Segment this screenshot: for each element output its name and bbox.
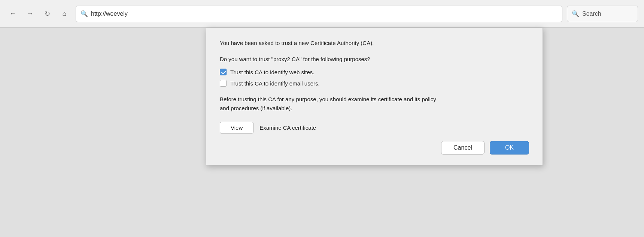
back-button[interactable]: ←: [6, 7, 19, 21]
ok-button[interactable]: OK: [490, 141, 529, 154]
checkbox-websites[interactable]: [220, 69, 227, 75]
checkbox-email-label: Trust this CA to identify email users.: [230, 80, 320, 87]
address-input[interactable]: [91, 10, 558, 17]
dialog-text-block: You have been asked to trust a new Certi…: [220, 39, 529, 87]
dialog-warning-text: Before trusting this CA for any purpose,…: [220, 95, 529, 113]
reload-icon: ↻: [45, 10, 50, 18]
home-button[interactable]: ⌂: [58, 7, 71, 21]
search-icon: 🔍: [572, 10, 579, 17]
back-icon: ←: [9, 10, 16, 18]
forward-icon: →: [27, 10, 33, 18]
certificate-trust-dialog: You have been asked to trust a new Certi…: [206, 28, 543, 165]
reload-button[interactable]: ↻: [40, 7, 54, 21]
nav-buttons: ← → ↻ ⌂: [6, 7, 71, 21]
view-button[interactable]: View: [220, 122, 253, 134]
search-box[interactable]: 🔍 Search: [567, 6, 638, 22]
home-icon: ⌂: [63, 10, 67, 18]
checkbox-websites-label: Trust this CA to identify web sites.: [230, 69, 315, 75]
browser-toolbar: ← → ↻ ⌂ 🔍 🔍 Search: [0, 0, 644, 28]
dialog-main-text: You have been asked to trust a new Certi…: [220, 39, 529, 48]
address-search-icon: 🔍: [80, 10, 88, 17]
search-label: Search: [582, 10, 601, 17]
dialog-actions-bottom: Cancel OK: [220, 141, 529, 154]
examine-label: Examine CA certificate: [259, 124, 316, 131]
checkbox-email-row: Trust this CA to identify email users.: [220, 80, 529, 87]
cancel-button[interactable]: Cancel: [441, 141, 484, 154]
checkbox-websites-row: Trust this CA to identify web sites.: [220, 69, 529, 75]
page-content: You have been asked to trust a new Certi…: [0, 28, 644, 237]
forward-button[interactable]: →: [23, 7, 37, 21]
dialog-actions-top: View Examine CA certificate: [220, 122, 529, 134]
dialog-question: Do you want to trust "proxy2 CA" for the…: [220, 55, 529, 64]
checkbox-email[interactable]: [220, 80, 227, 87]
address-bar[interactable]: 🔍: [76, 6, 562, 22]
